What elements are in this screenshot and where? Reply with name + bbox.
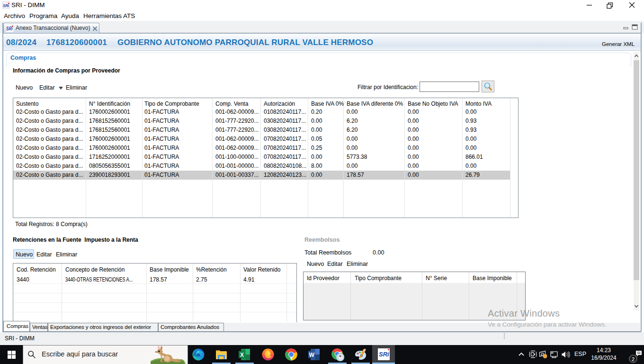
svg-text:X: X bbox=[240, 352, 244, 358]
svg-text:SRi: SRi bbox=[3, 3, 9, 8]
svg-text:SRi: SRi bbox=[6, 26, 13, 31]
svg-text:2: 2 bbox=[632, 356, 635, 362]
svg-text:W: W bbox=[309, 352, 315, 358]
